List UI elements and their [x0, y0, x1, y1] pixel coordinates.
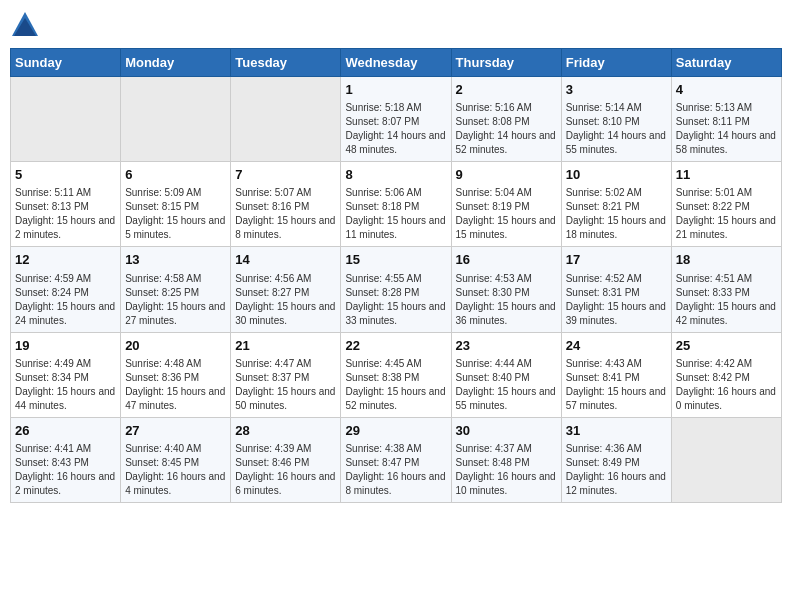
day-cell: 9Sunrise: 5:04 AMSunset: 8:19 PMDaylight…: [451, 162, 561, 247]
week-row-3: 12Sunrise: 4:59 AMSunset: 8:24 PMDayligh…: [11, 247, 782, 332]
day-info: Sunrise: 4:55 AMSunset: 8:28 PMDaylight:…: [345, 272, 446, 328]
day-cell: [121, 77, 231, 162]
day-number: 10: [566, 166, 667, 184]
day-cell: 23Sunrise: 4:44 AMSunset: 8:40 PMDayligh…: [451, 332, 561, 417]
day-cell: 31Sunrise: 4:36 AMSunset: 8:49 PMDayligh…: [561, 417, 671, 502]
day-cell: 16Sunrise: 4:53 AMSunset: 8:30 PMDayligh…: [451, 247, 561, 332]
header: [10, 10, 782, 40]
day-cell: 18Sunrise: 4:51 AMSunset: 8:33 PMDayligh…: [671, 247, 781, 332]
day-info: Sunrise: 4:39 AMSunset: 8:46 PMDaylight:…: [235, 442, 336, 498]
weekday-header-monday: Monday: [121, 49, 231, 77]
weekday-header-wednesday: Wednesday: [341, 49, 451, 77]
week-row-5: 26Sunrise: 4:41 AMSunset: 8:43 PMDayligh…: [11, 417, 782, 502]
day-info: Sunrise: 5:07 AMSunset: 8:16 PMDaylight:…: [235, 186, 336, 242]
day-cell: [11, 77, 121, 162]
day-info: Sunrise: 4:49 AMSunset: 8:34 PMDaylight:…: [15, 357, 116, 413]
day-cell: 25Sunrise: 4:42 AMSunset: 8:42 PMDayligh…: [671, 332, 781, 417]
week-row-4: 19Sunrise: 4:49 AMSunset: 8:34 PMDayligh…: [11, 332, 782, 417]
day-number: 14: [235, 251, 336, 269]
day-cell: 24Sunrise: 4:43 AMSunset: 8:41 PMDayligh…: [561, 332, 671, 417]
weekday-header-saturday: Saturday: [671, 49, 781, 77]
day-info: Sunrise: 5:18 AMSunset: 8:07 PMDaylight:…: [345, 101, 446, 157]
day-cell: 22Sunrise: 4:45 AMSunset: 8:38 PMDayligh…: [341, 332, 451, 417]
day-number: 3: [566, 81, 667, 99]
day-cell: 5Sunrise: 5:11 AMSunset: 8:13 PMDaylight…: [11, 162, 121, 247]
weekday-header-thursday: Thursday: [451, 49, 561, 77]
day-cell: 20Sunrise: 4:48 AMSunset: 8:36 PMDayligh…: [121, 332, 231, 417]
day-cell: 1Sunrise: 5:18 AMSunset: 8:07 PMDaylight…: [341, 77, 451, 162]
day-info: Sunrise: 4:42 AMSunset: 8:42 PMDaylight:…: [676, 357, 777, 413]
day-number: 12: [15, 251, 116, 269]
day-info: Sunrise: 4:48 AMSunset: 8:36 PMDaylight:…: [125, 357, 226, 413]
day-info: Sunrise: 5:09 AMSunset: 8:15 PMDaylight:…: [125, 186, 226, 242]
day-number: 27: [125, 422, 226, 440]
day-info: Sunrise: 5:11 AMSunset: 8:13 PMDaylight:…: [15, 186, 116, 242]
day-number: 21: [235, 337, 336, 355]
day-number: 20: [125, 337, 226, 355]
day-info: Sunrise: 4:36 AMSunset: 8:49 PMDaylight:…: [566, 442, 667, 498]
day-info: Sunrise: 5:02 AMSunset: 8:21 PMDaylight:…: [566, 186, 667, 242]
day-info: Sunrise: 4:51 AMSunset: 8:33 PMDaylight:…: [676, 272, 777, 328]
day-info: Sunrise: 4:44 AMSunset: 8:40 PMDaylight:…: [456, 357, 557, 413]
day-info: Sunrise: 4:53 AMSunset: 8:30 PMDaylight:…: [456, 272, 557, 328]
logo: [10, 10, 44, 40]
day-cell: 15Sunrise: 4:55 AMSunset: 8:28 PMDayligh…: [341, 247, 451, 332]
day-info: Sunrise: 5:13 AMSunset: 8:11 PMDaylight:…: [676, 101, 777, 157]
day-number: 11: [676, 166, 777, 184]
day-info: Sunrise: 5:01 AMSunset: 8:22 PMDaylight:…: [676, 186, 777, 242]
day-cell: [231, 77, 341, 162]
day-cell: [671, 417, 781, 502]
day-cell: 19Sunrise: 4:49 AMSunset: 8:34 PMDayligh…: [11, 332, 121, 417]
day-number: 18: [676, 251, 777, 269]
day-number: 23: [456, 337, 557, 355]
day-number: 4: [676, 81, 777, 99]
day-number: 2: [456, 81, 557, 99]
day-info: Sunrise: 4:52 AMSunset: 8:31 PMDaylight:…: [566, 272, 667, 328]
day-number: 25: [676, 337, 777, 355]
weekday-header-tuesday: Tuesday: [231, 49, 341, 77]
day-info: Sunrise: 4:47 AMSunset: 8:37 PMDaylight:…: [235, 357, 336, 413]
day-cell: 7Sunrise: 5:07 AMSunset: 8:16 PMDaylight…: [231, 162, 341, 247]
day-number: 22: [345, 337, 446, 355]
day-cell: 3Sunrise: 5:14 AMSunset: 8:10 PMDaylight…: [561, 77, 671, 162]
day-info: Sunrise: 4:56 AMSunset: 8:27 PMDaylight:…: [235, 272, 336, 328]
day-cell: 12Sunrise: 4:59 AMSunset: 8:24 PMDayligh…: [11, 247, 121, 332]
day-cell: 11Sunrise: 5:01 AMSunset: 8:22 PMDayligh…: [671, 162, 781, 247]
day-number: 17: [566, 251, 667, 269]
calendar-table: SundayMondayTuesdayWednesdayThursdayFrid…: [10, 48, 782, 503]
day-number: 29: [345, 422, 446, 440]
day-cell: 27Sunrise: 4:40 AMSunset: 8:45 PMDayligh…: [121, 417, 231, 502]
day-cell: 2Sunrise: 5:16 AMSunset: 8:08 PMDaylight…: [451, 77, 561, 162]
day-number: 26: [15, 422, 116, 440]
day-number: 13: [125, 251, 226, 269]
day-number: 15: [345, 251, 446, 269]
day-number: 1: [345, 81, 446, 99]
day-number: 7: [235, 166, 336, 184]
day-info: Sunrise: 5:04 AMSunset: 8:19 PMDaylight:…: [456, 186, 557, 242]
week-row-1: 1Sunrise: 5:18 AMSunset: 8:07 PMDaylight…: [11, 77, 782, 162]
day-info: Sunrise: 5:16 AMSunset: 8:08 PMDaylight:…: [456, 101, 557, 157]
weekday-header-sunday: Sunday: [11, 49, 121, 77]
day-info: Sunrise: 4:41 AMSunset: 8:43 PMDaylight:…: [15, 442, 116, 498]
weekday-header-row: SundayMondayTuesdayWednesdayThursdayFrid…: [11, 49, 782, 77]
day-cell: 17Sunrise: 4:52 AMSunset: 8:31 PMDayligh…: [561, 247, 671, 332]
day-number: 5: [15, 166, 116, 184]
weekday-header-friday: Friday: [561, 49, 671, 77]
day-info: Sunrise: 4:59 AMSunset: 8:24 PMDaylight:…: [15, 272, 116, 328]
day-number: 16: [456, 251, 557, 269]
day-cell: 29Sunrise: 4:38 AMSunset: 8:47 PMDayligh…: [341, 417, 451, 502]
day-number: 28: [235, 422, 336, 440]
day-number: 31: [566, 422, 667, 440]
day-cell: 8Sunrise: 5:06 AMSunset: 8:18 PMDaylight…: [341, 162, 451, 247]
day-cell: 26Sunrise: 4:41 AMSunset: 8:43 PMDayligh…: [11, 417, 121, 502]
day-info: Sunrise: 4:40 AMSunset: 8:45 PMDaylight:…: [125, 442, 226, 498]
day-cell: 6Sunrise: 5:09 AMSunset: 8:15 PMDaylight…: [121, 162, 231, 247]
day-number: 19: [15, 337, 116, 355]
day-cell: 14Sunrise: 4:56 AMSunset: 8:27 PMDayligh…: [231, 247, 341, 332]
day-number: 30: [456, 422, 557, 440]
day-number: 8: [345, 166, 446, 184]
day-info: Sunrise: 4:45 AMSunset: 8:38 PMDaylight:…: [345, 357, 446, 413]
day-info: Sunrise: 4:37 AMSunset: 8:48 PMDaylight:…: [456, 442, 557, 498]
day-info: Sunrise: 4:43 AMSunset: 8:41 PMDaylight:…: [566, 357, 667, 413]
day-info: Sunrise: 4:38 AMSunset: 8:47 PMDaylight:…: [345, 442, 446, 498]
